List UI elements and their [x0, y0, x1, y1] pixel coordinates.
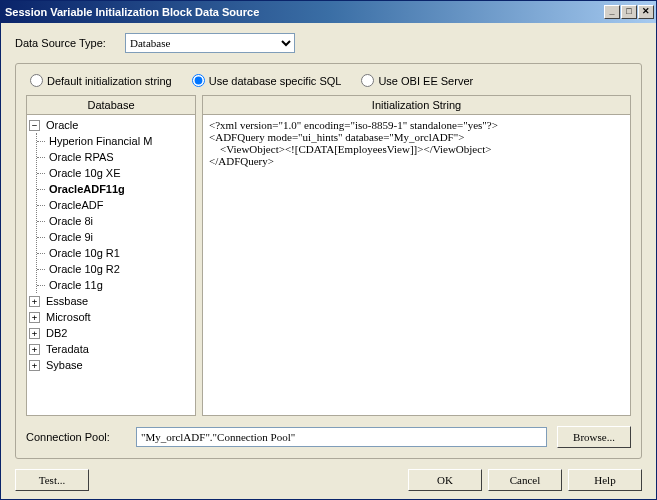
tree-siblings: EssbaseMicrosoftDB2TeradataSybase [29, 293, 195, 373]
tree-toggle-icon[interactable] [29, 360, 40, 371]
cancel-button[interactable]: Cancel [488, 469, 562, 491]
window-title: Session Variable Initialization Block Da… [5, 6, 603, 18]
tree-child-label: Oracle 10g R1 [47, 247, 122, 259]
tree-child[interactable]: Oracle 11g [47, 277, 195, 293]
tree-child[interactable]: Oracle 10g R1 [47, 245, 195, 261]
database-panel-header: Database [26, 95, 196, 115]
database-tree-scroll[interactable]: Oracle Hyperion Financial MOracle RPASOr… [27, 115, 195, 415]
tree-children-oracle: Hyperion Financial MOracle RPASOracle 10… [36, 133, 195, 293]
tree-sibling-label: Microsoft [44, 311, 93, 323]
minimize-button[interactable]: _ [604, 5, 620, 19]
tree-child-label: OracleADF11g [47, 183, 127, 195]
dialog-window: Session Variable Initialization Block Da… [0, 0, 657, 500]
tree-child[interactable]: Hyperion Financial M [47, 133, 195, 149]
test-button[interactable]: Test... [15, 469, 89, 491]
tree-child-label: Oracle 10g XE [47, 167, 123, 179]
tree-root-oracle[interactable]: Oracle [29, 117, 195, 133]
tree-child-label: OracleADF [47, 199, 105, 211]
connection-pool-label: Connection Pool: [26, 431, 126, 443]
radio-default-input[interactable] [30, 74, 43, 87]
database-panel-body: Oracle Hyperion Financial MOracle RPASOr… [26, 115, 196, 416]
sql-mode-radios: Default initialization string Use databa… [26, 74, 631, 87]
init-string-panel: Initialization String <?xml version="1.0… [202, 95, 631, 416]
tree-child-label: Oracle 9i [47, 231, 95, 243]
tree-toggle-icon[interactable] [29, 344, 40, 355]
tree-sibling[interactable]: Teradata [29, 341, 195, 357]
panels-container: Database Oracle Hyperion Financial MOrac… [26, 95, 631, 416]
tree-toggle-icon[interactable] [29, 312, 40, 323]
maximize-button[interactable]: □ [621, 5, 637, 19]
data-source-type-row: Data Source Type: Database [15, 33, 642, 53]
connection-pool-input[interactable] [136, 427, 547, 447]
tree-sibling-label: Essbase [44, 295, 90, 307]
browse-button[interactable]: Browse... [557, 426, 631, 448]
dialog-body: Data Source Type: Database Default initi… [1, 23, 656, 499]
data-source-type-select[interactable]: Database [125, 33, 295, 53]
window-controls: _ □ ✕ [603, 5, 654, 19]
init-string-text[interactable]: <?xml version="1.0" encoding="iso-8859-1… [203, 115, 630, 171]
tree-child[interactable]: Oracle 9i [47, 229, 195, 245]
tree-toggle-icon[interactable] [29, 328, 40, 339]
tree-sibling-label: DB2 [44, 327, 69, 339]
tree-child[interactable]: Oracle 10g XE [47, 165, 195, 181]
tree-child[interactable]: OracleADF11g [47, 181, 195, 197]
radio-dbspecific-label: Use database specific SQL [209, 75, 342, 87]
tree-child-label: Hyperion Financial M [47, 135, 154, 147]
main-groupbox: Default initialization string Use databa… [15, 63, 642, 459]
footer-spacer [95, 469, 402, 491]
radio-default-init[interactable]: Default initialization string [30, 74, 172, 87]
database-panel: Database Oracle Hyperion Financial MOrac… [26, 95, 196, 416]
tree-child[interactable]: Oracle RPAS [47, 149, 195, 165]
tree-child-label: Oracle 11g [47, 279, 105, 291]
tree-sibling[interactable]: DB2 [29, 325, 195, 341]
radio-obiee-label: Use OBI EE Server [378, 75, 473, 87]
close-button[interactable]: ✕ [638, 5, 654, 19]
tree-child[interactable]: OracleADF [47, 197, 195, 213]
help-button[interactable]: Help [568, 469, 642, 491]
tree-child-label: Oracle 10g R2 [47, 263, 122, 275]
radio-obiee[interactable]: Use OBI EE Server [361, 74, 473, 87]
tree-child[interactable]: Oracle 8i [47, 213, 195, 229]
init-string-header: Initialization String [202, 95, 631, 115]
tree-child-label: Oracle 8i [47, 215, 95, 227]
radio-default-label: Default initialization string [47, 75, 172, 87]
tree-toggle-icon[interactable] [29, 120, 40, 131]
tree-child-label: Oracle RPAS [47, 151, 116, 163]
tree-toggle-icon[interactable] [29, 296, 40, 307]
tree-sibling[interactable]: Essbase [29, 293, 195, 309]
database-tree: Oracle Hyperion Financial MOracle RPASOr… [27, 115, 195, 375]
init-string-body: <?xml version="1.0" encoding="iso-8859-1… [202, 115, 631, 416]
radio-dbspecific-input[interactable] [192, 74, 205, 87]
connection-pool-row: Connection Pool: Browse... [26, 426, 631, 448]
tree-sibling-label: Teradata [44, 343, 91, 355]
tree-child[interactable]: Oracle 10g R2 [47, 261, 195, 277]
tree-sibling[interactable]: Microsoft [29, 309, 195, 325]
init-string-scroll[interactable]: <?xml version="1.0" encoding="iso-8859-1… [203, 115, 630, 415]
ok-button[interactable]: OK [408, 469, 482, 491]
dialog-footer: Test... OK Cancel Help [15, 469, 642, 491]
tree-sibling[interactable]: Sybase [29, 357, 195, 373]
tree-sibling-label: Sybase [44, 359, 85, 371]
title-bar: Session Variable Initialization Block Da… [1, 1, 656, 23]
tree-root-label: Oracle [44, 119, 80, 131]
data-source-type-label: Data Source Type: [15, 37, 125, 49]
radio-db-specific[interactable]: Use database specific SQL [192, 74, 342, 87]
radio-obiee-input[interactable] [361, 74, 374, 87]
